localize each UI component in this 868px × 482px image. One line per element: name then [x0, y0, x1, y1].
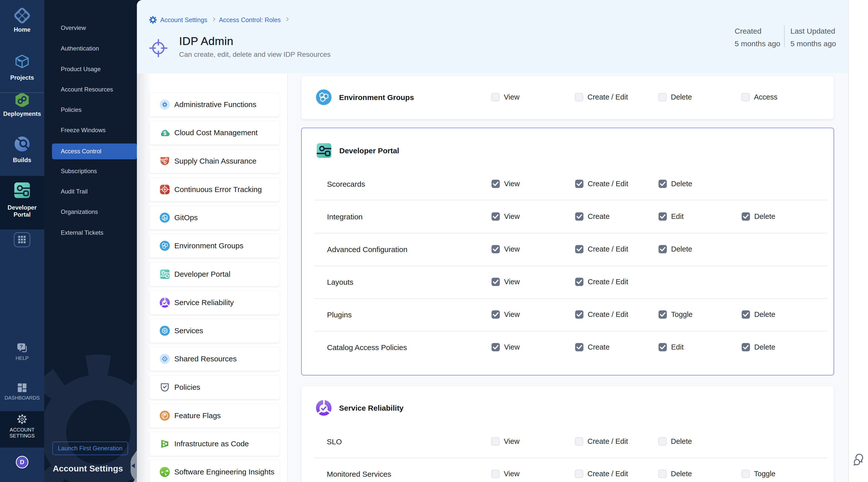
svg-text:$: $ — [163, 130, 166, 136]
svg-text:?: ? — [20, 344, 23, 349]
